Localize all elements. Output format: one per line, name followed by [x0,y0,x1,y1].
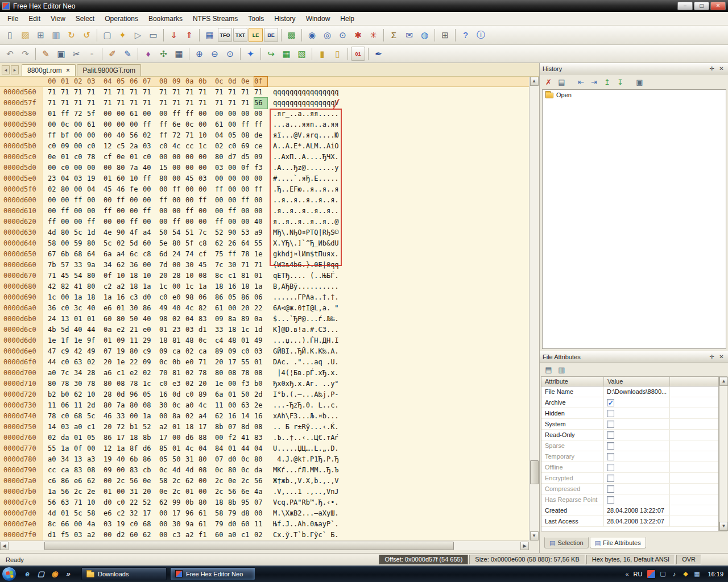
hex-byte[interactable]: 18 [228,325,241,335]
hex-byte[interactable]: 02 [87,357,100,368]
hex-byte[interactable]: 00 [159,217,172,227]
hex-byte[interactable]: 10 [185,271,198,281]
hex-byte[interactable]: c4 [215,335,228,346]
hex-byte[interactable]: a2 [185,530,198,541]
hex-byte[interactable]: 1a [48,487,61,497]
hex-byte[interactable]: 20 [159,271,172,281]
tab-scroll-right-button[interactable]: ▸ [11,65,19,74]
hex-byte[interactable]: 71 [87,98,100,109]
hex-byte[interactable]: 78 [241,368,254,379]
history-up-icon[interactable]: ↥ [601,76,613,88]
hex-byte[interactable]: 3c [74,303,87,314]
hex-byte[interactable]: 63 [241,400,254,411]
hex-byte[interactable]: d8 [241,508,254,519]
statistics-icon[interactable]: Σ [387,28,401,42]
hex-byte[interactable]: 00 [143,260,156,271]
hex-byte[interactable]: 2c [215,476,228,487]
hex-byte[interactable]: ff [143,173,156,184]
hex-byte[interactable]: 31 [185,454,198,465]
hex-byte[interactable]: 79 [215,519,228,530]
hex-byte[interactable]: 86 [104,433,117,443]
hex-byte[interactable]: c3 [130,292,143,303]
hex-byte[interactable]: 00 [159,411,172,422]
hex-byte[interactable]: 26 [228,238,241,249]
ascii-text[interactable]: Vcq.РА"Rb™.Ђ.‹•. [273,497,339,508]
hex-byte[interactable]: 1e [74,335,87,346]
hex-byte[interactable]: 01 [130,152,143,163]
hex-byte[interactable]: 08 [143,400,156,411]
hex-byte[interactable]: 58 [87,508,100,519]
hex-byte[interactable]: ff [215,184,228,195]
delete-document-icon[interactable]: ▫ [85,47,99,61]
hex-byte[interactable]: c0 [159,292,172,303]
hex-byte[interactable]: cf [198,249,212,260]
hex-byte[interactable]: 20 [143,487,156,497]
hex-byte[interactable]: 08 [241,130,254,141]
replace-all-icon[interactable]: ✳ [366,28,380,42]
hex-byte[interactable]: b0 [254,379,267,389]
attribute-checkbox[interactable] [607,431,614,439]
hex-byte[interactable]: 86 [241,292,254,303]
hex-byte[interactable]: c0 [61,357,74,368]
jump-icon[interactable]: ↪ [264,47,278,61]
hex-byte[interactable]: 20 [198,379,212,389]
hex-byte[interactable]: ff [228,249,241,260]
attribute-checkbox[interactable] [607,496,614,504]
columns-icon[interactable]: ▥ [49,28,63,42]
hex-byte[interactable]: 7c [61,368,74,379]
hex-byte[interactable]: 04 [254,443,267,454]
hex-byte[interactable]: 2d [87,400,100,411]
hex-byte[interactable]: 50 [159,227,172,238]
hex-byte[interactable]: 62 [159,497,172,508]
hex-byte[interactable]: 71 [61,98,74,109]
hex-byte[interactable]: 00 [228,217,241,227]
hex-byte[interactable]: cc [185,141,198,152]
clock[interactable]: 16:19 [708,571,723,577]
hex-byte[interactable]: 00 [172,433,185,443]
hex-byte[interactable]: 00 [130,119,143,130]
hex-byte[interactable]: 45 [61,271,74,281]
hex-byte[interactable]: 08 [198,271,212,281]
hex-byte[interactable]: 4c [185,443,198,454]
ascii-text[interactable]: .А...Ђz@.......у [273,163,339,173]
hex-byte[interactable]: 71 [48,271,61,281]
hex-byte[interactable]: d0 [143,292,156,303]
hex-byte[interactable]: a2 [87,530,100,541]
hex-byte[interactable]: 05 [159,454,172,465]
horizontal-scroll-track[interactable] [9,542,520,550]
hex-byte[interactable]: 00 [159,530,172,541]
hex-byte[interactable]: 0c [159,357,172,368]
menu-item-tools[interactable]: Tools [243,13,269,25]
hex-byte[interactable]: 84 [215,443,228,454]
hex-byte[interactable]: 71 [241,87,254,98]
ascii-text[interactable]: .Ђ..EFю..я..я..я [273,184,339,195]
hex-byte[interactable]: 40 [143,163,156,173]
hex-byte[interactable]: 04 [61,173,74,184]
hex-byte[interactable]: 8b [228,497,241,508]
hex-byte[interactable]: 20 [215,357,228,368]
hex-byte[interactable]: b1 [130,422,143,433]
hex-byte[interactable]: 00 [159,508,172,519]
hex-byte[interactable]: 00 [185,184,198,195]
hex-byte[interactable]: 00 [228,195,241,206]
hex-byte[interactable]: 9f [87,335,100,346]
hex-byte[interactable]: 00 [241,173,254,184]
ascii-text[interactable]: qqqqqqqqqqqqqqqq [273,87,339,98]
hex-byte[interactable]: e2 [130,368,143,379]
hex-byte[interactable]: c0 [159,379,172,389]
mail-icon[interactable]: ✉ [402,28,416,42]
hex-byte[interactable]: 00 [159,152,172,163]
hex-byte[interactable]: 6e [172,119,185,130]
hex-byte[interactable]: 96 [185,508,198,519]
hex-byte[interactable]: a2 [159,422,172,433]
vertical-scroll-track[interactable] [530,86,539,531]
hex-byte[interactable]: 17 [159,433,172,443]
hex-byte[interactable]: 05 [87,433,100,443]
hex-byte[interactable]: 80 [61,227,74,238]
hex-byte[interactable]: 00 [241,184,254,195]
file-manager-icon[interactable]: ⊞ [34,28,48,42]
hex-byte[interactable]: c0 [61,411,74,422]
hex-byte[interactable]: 56 [228,487,241,497]
hex-byte[interactable]: 00 [48,206,61,217]
hex-byte[interactable]: 00 [61,195,74,206]
